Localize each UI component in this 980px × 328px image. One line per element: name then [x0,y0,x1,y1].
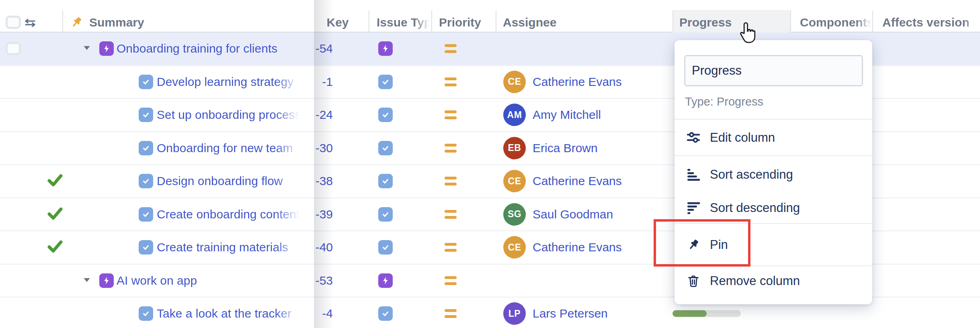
header-divider [62,10,63,32]
assignee-avatar: CE [503,170,526,192]
chevron-down-icon[interactable] [82,43,92,55]
assignee-avatar: AM [503,104,526,126]
issue-key-link[interactable]: -24 [277,108,333,122]
swap-columns-icon[interactable] [24,19,36,29]
menu-item-label: Remove column [710,274,800,288]
menu-item-label: Edit column [710,130,775,145]
avatar-initials: CE [508,176,521,187]
assignee-name-link[interactable]: Amy Mitchell [533,108,601,122]
avatar-initials: SG [508,209,521,220]
priority-medium-icon [445,177,457,185]
structure-issue-table: Summary Key Issue Type Priority Assignee… [0,0,980,328]
row-checkbox[interactable] [6,42,21,55]
menu-item-sort-ascending[interactable]: Sort ascending [675,158,872,192]
column-header-components[interactable]: Components [800,12,871,33]
issue-key-link[interactable]: -4 [277,307,333,320]
assignee-name-link[interactable]: Erica Brown [533,141,598,155]
assignee-avatar: CE [503,236,526,259]
header-divider [496,10,496,32]
priority-medium-icon [445,44,457,53]
avatar-initials: EB [508,143,521,153]
select-all-checkbox[interactable] [6,16,21,29]
priority-medium-icon [445,210,457,219]
issue-type-cell-icon [378,207,393,222]
issue-type-cell-icon [378,306,393,321]
menu-divider [675,155,872,156]
assignee-avatar: CE [503,71,526,93]
issue-type-cell-icon [378,41,393,56]
header-divider [790,10,791,32]
priority-medium-icon [445,276,457,285]
issue-key-link[interactable]: -40 [277,240,333,254]
table-header: Summary Key Issue Type Priority Assignee… [0,0,980,33]
avatar-initials: AM [507,110,522,120]
issue-key-link[interactable]: -39 [277,208,333,221]
header-divider [431,10,432,32]
assignee-name-link[interactable]: Lars Petersen [533,307,608,320]
header-divider [369,10,369,32]
done-check-icon [47,240,63,255]
assignee-name-link[interactable]: Saul Goodman [533,208,613,221]
pinned-column-pin-icon [70,16,83,31]
menu-divider [675,223,872,224]
priority-medium-icon [445,144,457,153]
menu-item-label: Sort ascending [710,167,793,182]
avatar-initials: CE [508,242,521,253]
priority-medium-icon [445,110,457,119]
issue-type-cell-icon [378,240,393,255]
avatar-initials: LP [508,308,521,319]
column-header-affects-version[interactable]: Affects version [882,12,979,33]
issue-key-link[interactable]: -30 [277,141,333,155]
chevron-down-icon[interactable] [82,275,92,287]
menu-item-pin[interactable]: Pin [675,228,872,262]
assignee-avatar: EB [503,137,526,159]
header-divider [672,10,673,32]
column-header-priority[interactable]: Priority [439,12,494,33]
menu-item-label: Sort descending [710,201,800,215]
issue-type-cell-icon [378,174,393,188]
issue-key-link[interactable]: -54 [277,42,333,55]
column-type-label: Type: Progress [685,95,763,108]
issue-type-icon [99,41,114,56]
done-check-icon [47,207,63,222]
menu-item-remove-column[interactable]: Remove column [675,264,872,298]
column-header-issue-type[interactable]: Issue Type [377,12,430,33]
sort-ascending-icon [686,167,701,182]
priority-medium-icon [445,77,457,86]
column-header-progress[interactable]: Progress [679,12,732,33]
column-header-key[interactable]: Key [322,12,354,33]
issue-summary-link[interactable]: Onboarding training for clients [117,42,299,55]
issue-type-cell-icon [378,273,393,288]
issue-key-link[interactable]: -1 [277,75,333,89]
issue-type-cell-icon [378,75,393,89]
done-check-icon [47,173,63,189]
issue-type-icon [139,108,153,122]
assignee-name-link[interactable]: Catherine Evans [533,174,622,188]
assignee-name-link[interactable]: Catherine Evans [533,75,622,89]
avatar-initials: CE [508,76,521,87]
edit-column-icon [686,130,701,145]
issue-summary-link[interactable]: AI work on app [117,274,299,287]
issue-type-icon [139,75,153,89]
menu-divider [675,119,872,120]
issue-type-icon [139,174,153,188]
column-header-assignee[interactable]: Assignee [503,12,556,33]
assignee-avatar: SG [503,203,526,226]
issue-type-cell-icon [378,141,393,155]
assignee-avatar: LP [503,302,526,325]
column-name-input[interactable] [684,55,863,86]
header-divider [872,10,873,32]
sort-descending-icon [686,201,701,215]
menu-item-label: Pin [710,238,728,252]
issue-key-link[interactable]: -53 [277,274,333,287]
issue-type-icon [139,141,153,155]
menu-item-sort-descending[interactable]: Sort descending [675,191,872,225]
issue-key-link[interactable]: -38 [277,174,333,188]
issue-type-icon [139,306,153,321]
trash-icon [686,274,701,288]
menu-item-edit-column[interactable]: Edit column [675,121,872,155]
column-header-summary[interactable]: Summary [89,12,144,33]
assignee-name-link[interactable]: Catherine Evans [533,240,622,254]
column-settings-popup: Type: Progress Edit column So [675,40,872,304]
progress-bar [672,310,741,317]
